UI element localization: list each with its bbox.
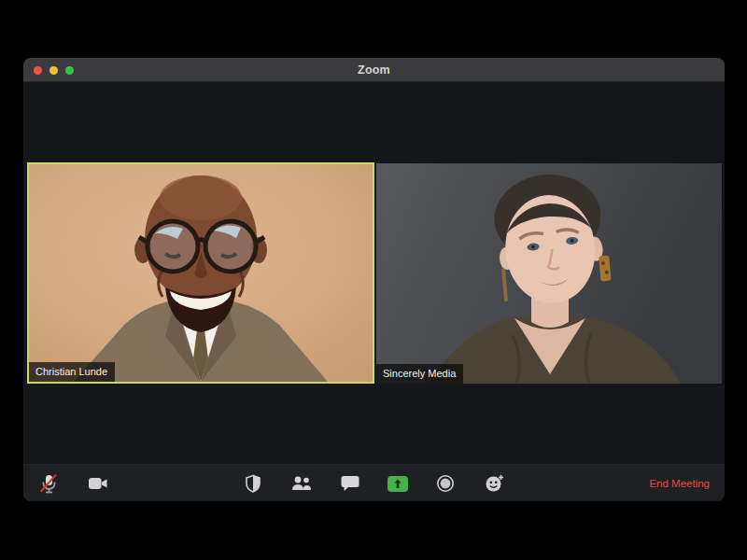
reactions-icon	[485, 474, 504, 493]
record-icon	[436, 474, 455, 493]
participant-name-label: Christian Lunde	[29, 362, 115, 382]
end-meeting-button[interactable]: End Meeting	[649, 465, 710, 501]
security-shield-icon	[245, 474, 261, 493]
reactions-button[interactable]	[481, 470, 507, 497]
participants-button[interactable]	[289, 470, 315, 497]
window-title: Zoom	[358, 63, 390, 77]
video-tile-christian-lunde[interactable]: Christian Lunde	[27, 162, 374, 384]
meeting-toolbar: End Meeting	[23, 464, 725, 501]
minimize-window-button[interactable]	[49, 66, 58, 75]
start-video-button[interactable]	[85, 470, 111, 497]
video-tile-sincerely-media[interactable]: Sincerely Media	[376, 163, 722, 384]
window-controls	[34, 58, 74, 82]
participants-icon	[291, 476, 312, 491]
participant-video-christian-lunde	[29, 164, 373, 382]
chat-button[interactable]	[337, 470, 363, 497]
close-window-button[interactable]	[34, 66, 42, 75]
chat-bubble-icon	[341, 475, 359, 492]
video-camera-icon	[88, 476, 108, 491]
zoom-window: Zoom	[23, 58, 725, 501]
participant-name-label: Sincerely Media	[376, 364, 463, 384]
window-titlebar[interactable]: Zoom	[23, 58, 725, 82]
security-button[interactable]	[240, 470, 266, 497]
record-button[interactable]	[432, 470, 458, 497]
fullscreen-window-button[interactable]	[65, 66, 74, 75]
desktop: { "window": { "title": "Zoom", "controls…	[0, 0, 747, 560]
share-screen-button[interactable]	[385, 470, 411, 497]
share-screen-icon	[387, 475, 409, 493]
mute-button[interactable]	[35, 470, 62, 497]
participant-video-sincerely-media	[376, 163, 722, 384]
muted-mic-icon	[38, 472, 59, 495]
